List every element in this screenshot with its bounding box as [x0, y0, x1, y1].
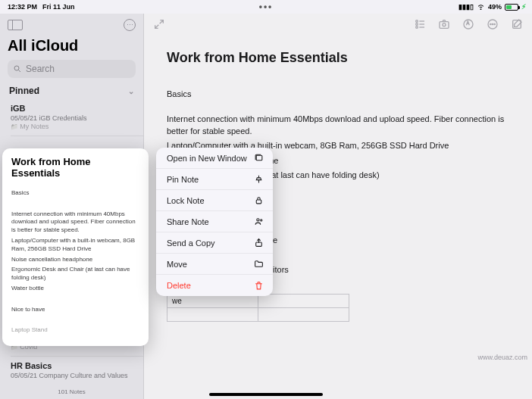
svg-point-0: [14, 66, 19, 70]
wifi-icon: [477, 2, 485, 12]
more-icon[interactable]: ⋯: [124, 19, 136, 31]
menu-move[interactable]: Move: [156, 254, 273, 275]
new-window-icon: [253, 153, 264, 163]
search-input[interactable]: Search: [8, 60, 136, 78]
svg-point-19: [260, 220, 261, 221]
multitask-dots[interactable]: •••: [259, 2, 274, 12]
home-indicator[interactable]: [209, 393, 323, 396]
menu-pin-note[interactable]: Pin Note: [156, 169, 273, 190]
svg-point-18: [256, 219, 258, 221]
search-placeholder: Search: [26, 64, 55, 74]
menu-share-note[interactable]: Share Note: [156, 211, 273, 232]
chevron-down-icon: ⌄: [128, 87, 134, 95]
card-title: Work from Home Essentials: [11, 156, 139, 179]
lock-icon: [253, 195, 264, 205]
battery-pct: 49%: [488, 3, 502, 11]
note-item[interactable]: HR Basics 05/05/21 Company Culture and V…: [0, 357, 143, 385]
status-bar: 12:32 PM Fri 11 Jun ••• ▮▮▮▯ 49% ⚡︎: [0, 0, 532, 14]
menu-lock-note[interactable]: Lock Note: [156, 190, 273, 211]
svg-line-1: [19, 70, 21, 73]
svg-rect-16: [256, 155, 262, 161]
note-preview-card: Work from Home Essentials Basics Interne…: [2, 148, 149, 346]
folder-icon: [253, 259, 264, 269]
share-people-icon: [253, 217, 264, 226]
sidebar-toggle-icon[interactable]: [8, 20, 23, 30]
context-menu: Open in New Window Pin Note Lock Note Sh…: [156, 148, 273, 296]
status-time: 12:32 PM: [8, 3, 37, 11]
sidebar-title: All iCloud: [8, 37, 136, 55]
menu-delete[interactable]: Delete: [156, 275, 273, 296]
watermark: www.deuaz.com: [477, 354, 527, 361]
notes-count: 101 Notes: [0, 385, 143, 399]
charging-icon: ⚡︎: [521, 3, 526, 11]
status-date: Fri 11 Jun: [42, 3, 75, 11]
menu-send-copy[interactable]: Send a Copy: [156, 232, 273, 254]
pin-icon: [253, 174, 264, 184]
note-item[interactable]: iGB 05/05/21 iGB Credentials My Notes: [0, 99, 143, 136]
search-icon: [13, 64, 22, 73]
svg-rect-17: [256, 200, 261, 204]
battery-icon: [505, 4, 518, 11]
share-up-icon: [253, 238, 264, 248]
menu-open-new-window[interactable]: Open in New Window: [156, 148, 273, 169]
trash-icon: [253, 281, 264, 291]
pinned-header[interactable]: Pinned ⌄: [0, 78, 143, 99]
cell-signal-icon: ▮▮▮▯: [458, 3, 474, 11]
